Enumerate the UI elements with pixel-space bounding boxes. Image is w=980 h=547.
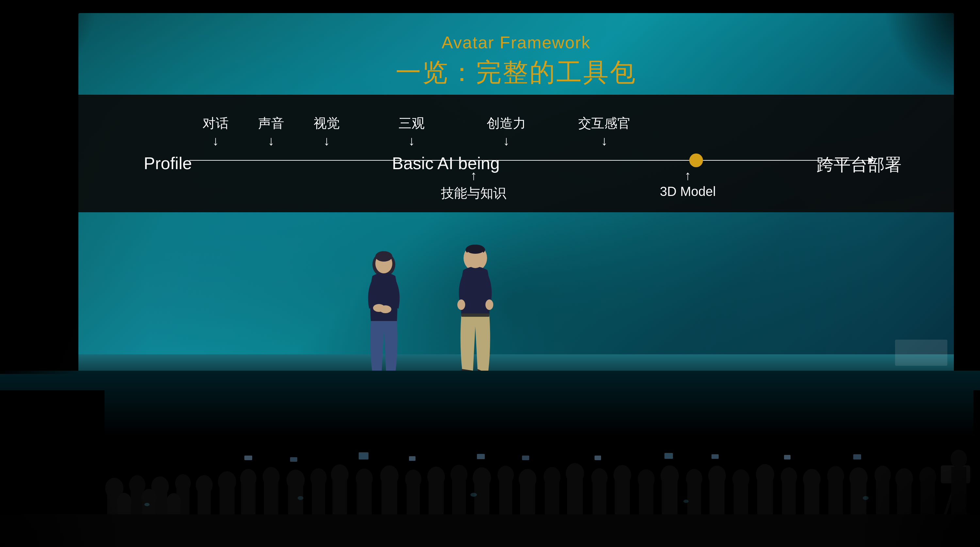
screen-left-edge bbox=[0, 13, 78, 374]
vignette-bottom-right bbox=[850, 417, 980, 547]
svg-point-113 bbox=[683, 500, 689, 503]
svg-rect-82 bbox=[784, 455, 791, 460]
above-label-values: 三观 ↓ bbox=[399, 114, 425, 148]
above-label-vision: 视觉 ↓ bbox=[313, 114, 340, 148]
below-label-skills: ↑ 技能与知识 bbox=[441, 168, 506, 202]
vignette-top-right bbox=[882, 0, 980, 98]
svg-point-112 bbox=[470, 493, 477, 497]
svg-point-11 bbox=[466, 245, 484, 254]
svg-point-4 bbox=[375, 251, 392, 262]
up-arrow-skills: ↑ bbox=[470, 168, 477, 183]
svg-rect-7 bbox=[461, 313, 489, 317]
down-arrow-vision: ↓ bbox=[323, 134, 330, 148]
watermark-sign bbox=[895, 340, 947, 366]
svg-rect-44 bbox=[409, 456, 415, 461]
slide-title-english: Avatar Framework bbox=[442, 33, 590, 52]
svg-rect-70 bbox=[665, 453, 673, 459]
svg-rect-63 bbox=[595, 456, 601, 460]
svg-point-9 bbox=[485, 299, 493, 310]
timeline-circle bbox=[689, 153, 703, 167]
timeline-line bbox=[189, 160, 869, 161]
audience-area bbox=[0, 370, 980, 547]
svg-rect-75 bbox=[711, 454, 719, 459]
presenters-area bbox=[78, 234, 954, 374]
svg-rect-27 bbox=[244, 456, 252, 460]
above-label-sound: 声音 ↓ bbox=[258, 114, 284, 148]
down-arrow-interaction: ↓ bbox=[601, 134, 608, 148]
vignette-bottom-left bbox=[0, 417, 130, 547]
presenter-left bbox=[368, 251, 400, 380]
label-profile: Profile bbox=[144, 153, 192, 173]
audience-silhouettes bbox=[0, 390, 980, 547]
below-label-3dmodel: ↑ 3D Model bbox=[660, 168, 716, 199]
svg-rect-56 bbox=[522, 456, 529, 460]
down-arrow-dialog: ↓ bbox=[212, 134, 219, 148]
down-arrow-values: ↓ bbox=[408, 134, 415, 148]
above-label-interaction: 交互感官 ↓ bbox=[578, 114, 630, 148]
up-arrow-3dmodel: ↑ bbox=[685, 168, 691, 183]
label-cross-platform: 跨平台部署 bbox=[817, 153, 902, 177]
svg-point-2 bbox=[380, 305, 391, 313]
svg-rect-32 bbox=[290, 457, 297, 462]
presenter-right bbox=[457, 245, 493, 377]
svg-rect-109 bbox=[0, 514, 980, 547]
above-label-creativity: 创造力 ↓ bbox=[487, 114, 526, 148]
svg-point-8 bbox=[457, 299, 465, 310]
svg-rect-39 bbox=[359, 452, 369, 460]
down-arrow-creativity: ↓ bbox=[503, 134, 510, 148]
svg-point-110 bbox=[145, 503, 150, 506]
slide-title-chinese: 一览：完整的工具包 bbox=[396, 56, 637, 90]
svg-point-111 bbox=[298, 496, 304, 500]
diagram-inner: Profile Basic AI being 跨平台部署 对话 ↓ 声音 ↓ 视… bbox=[124, 108, 908, 199]
svg-rect-51 bbox=[477, 454, 485, 459]
down-arrow-sound: ↓ bbox=[268, 134, 274, 148]
diagram-bar: Profile Basic AI being 跨平台部署 对话 ↓ 声音 ↓ 视… bbox=[78, 95, 954, 212]
above-label-dialog: 对话 ↓ bbox=[202, 114, 229, 148]
